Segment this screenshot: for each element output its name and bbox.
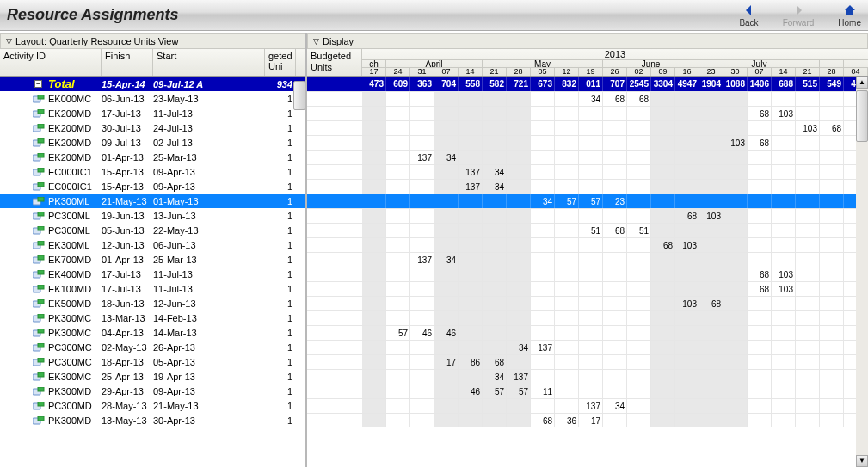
table-row[interactable]: EK000MC06-Jun-1323-May-131 <box>0 91 305 106</box>
scroll-up-arrow[interactable]: ▲ <box>856 77 868 89</box>
grid-cell <box>748 341 772 354</box>
grid-cell: 137 <box>410 253 434 267</box>
grid-cell <box>483 267 507 281</box>
grid-cell <box>434 92 459 106</box>
grid-cell <box>555 165 579 179</box>
table-row[interactable]: EK200MD09-Jul-1302-Jul-131 <box>0 135 305 150</box>
table-row[interactable]: PK300MD29-Apr-1309-Apr-131 <box>0 384 305 398</box>
table-row[interactable]: EK200MD30-Jul-1324-Jul-131 <box>0 120 305 135</box>
grid-cell <box>675 414 699 427</box>
svg-rect-21 <box>38 241 44 245</box>
table-row[interactable]: EK200MD17-Jul-1311-Jul-131 <box>0 106 305 120</box>
display-bar[interactable]: ▽ Display <box>307 33 868 49</box>
table-row[interactable]: EK500MD18-Jun-1312-Jun-131 <box>0 296 305 310</box>
table-row[interactable]: EK300ML12-Jun-1306-Jun-131 <box>0 237 305 252</box>
total-row[interactable]: 4736093637045585827216738320117072545330… <box>307 77 868 91</box>
grid-row[interactable]: 34575723 <box>307 194 868 208</box>
table-row[interactable]: PC300MD28-May-1321-May-131 <box>0 398 305 413</box>
vertical-scroll-thumb[interactable] <box>293 81 305 110</box>
svg-rect-17 <box>38 212 44 216</box>
grid-row[interactable]: 34137 <box>307 369 868 384</box>
table-row[interactable]: PK300ML21-May-1301-May-131 <box>0 194 305 208</box>
grid-cell <box>699 121 723 135</box>
grid-cell <box>410 238 434 252</box>
grid-row[interactable]: 13734 <box>307 164 868 179</box>
grid-row[interactable]: 34137 <box>307 340 868 354</box>
col-start[interactable]: Start <box>153 49 265 76</box>
grid-row[interactable]: 68103 <box>307 237 868 252</box>
grid-cell <box>603 311 627 325</box>
grid-row[interactable]: 13734 <box>307 398 868 413</box>
grid-row[interactable]: 68103 <box>307 208 868 223</box>
table-row[interactable]: PC300MC18-Apr-1305-Apr-131 <box>0 354 305 369</box>
collapse-icon[interactable]: − <box>34 80 42 88</box>
table-row[interactable]: EK700MD01-Apr-1325-Mar-131 <box>0 252 305 267</box>
vertical-scrollbar[interactable]: ▲ ▼ <box>856 77 868 467</box>
grid-cell: 46 <box>410 326 434 340</box>
total-row[interactable]: −Total15-Apr-1409-Jul-12 A934 <box>0 77 305 91</box>
grid-cell <box>531 253 555 267</box>
grid-row[interactable]: 683617 <box>307 413 868 427</box>
grid-cell <box>796 151 820 164</box>
col-budgeted-units-full[interactable]: Budgeted Units <box>307 49 362 76</box>
table-row[interactable]: PK300MC13-Mar-1314-Feb-131 <box>0 310 305 325</box>
table-row[interactable]: EC000IC115-Apr-1309-Apr-131 <box>0 164 305 179</box>
grid-row[interactable]: 346868 <box>307 91 868 106</box>
grid-row[interactable]: 68103 <box>307 267 868 281</box>
home-button[interactable]: Home <box>838 3 861 28</box>
table-row[interactable]: PK300MD13-May-1330-Apr-131 <box>0 413 305 427</box>
grid-row[interactable]: 68103 <box>307 106 868 120</box>
grid-row[interactable]: 13734 <box>307 179 868 194</box>
grid-cell <box>772 399 796 413</box>
cell-finish: 13-May-13 <box>102 415 153 426</box>
grid-cell <box>723 414 748 427</box>
grid-cell <box>555 253 579 267</box>
grid-cell <box>483 136 507 150</box>
assignments-table[interactable]: −Total15-Apr-1409-Jul-12 A934EK000MC06-J… <box>0 77 305 467</box>
forward-button[interactable]: Forward <box>783 3 815 28</box>
grid-row[interactable]: 516851 <box>307 223 868 237</box>
table-row[interactable]: EK300MC25-Apr-1319-Apr-131 <box>0 369 305 384</box>
scroll-down-arrow[interactable]: ▼ <box>856 455 868 467</box>
table-row[interactable]: PC300ML05-Jun-1322-May-131 <box>0 223 305 237</box>
grid-cell <box>459 399 483 413</box>
grid-cell <box>410 209 434 223</box>
grid-row[interactable]: 10368 <box>307 120 868 135</box>
table-row[interactable]: EK100MD17-Jul-1311-Jul-131 <box>0 281 305 296</box>
grid-cell <box>507 399 531 413</box>
grid-cell <box>386 267 410 281</box>
grid-cell <box>675 341 699 354</box>
grid-row[interactable]: 10368 <box>307 296 868 310</box>
grid-row[interactable]: 10368 <box>307 135 868 150</box>
grid-cell: 34 <box>483 165 507 179</box>
col-budgeted-units[interactable]: geted Uni <box>265 49 296 76</box>
grid-row[interactable]: 13734 <box>307 252 868 267</box>
cell-finish: 21-May-13 <box>102 196 153 206</box>
grid-row[interactable]: 178668 <box>307 354 868 369</box>
table-row[interactable]: PK300MC04-Apr-1314-Mar-131 <box>0 325 305 340</box>
table-row[interactable]: EK400MD17-Jul-1311-Jul-131 <box>0 267 305 281</box>
grid-row[interactable]: 13734 <box>307 150 868 164</box>
grid-cell: 103 <box>723 136 748 150</box>
day-label: 17 <box>362 68 386 76</box>
table-row[interactable]: EC000IC115-Apr-1309-Apr-131 <box>0 179 305 194</box>
grid-row[interactable]: 46575711 <box>307 384 868 398</box>
grid-cell <box>603 282 627 296</box>
grid-cell <box>555 238 579 252</box>
back-button[interactable]: Back <box>739 3 758 28</box>
col-activity-id[interactable]: Activity ID <box>0 49 102 76</box>
grid-cell <box>723 121 748 135</box>
timeline-grid[interactable]: 4736093637045585827216738320117072545330… <box>307 77 868 467</box>
table-row[interactable]: EK200MD01-Apr-1325-Mar-131 <box>0 150 305 164</box>
grid-cell <box>699 311 723 325</box>
grid-cell <box>723 194 748 208</box>
vertical-scroll-thumb[interactable] <box>856 90 868 142</box>
grid-row[interactable]: 574646 <box>307 325 868 340</box>
table-row[interactable]: PC300ML19-Jun-1313-Jun-131 <box>0 208 305 223</box>
layout-bar[interactable]: ▽ Layout: Quarterly Resource Units View <box>0 33 305 49</box>
col-finish[interactable]: Finish <box>102 49 153 76</box>
cell-start: 14-Mar-13 <box>153 328 265 338</box>
grid-row[interactable] <box>307 310 868 325</box>
table-row[interactable]: PC300MC02-May-1326-Apr-131 <box>0 340 305 354</box>
grid-row[interactable]: 68103 <box>307 281 868 296</box>
